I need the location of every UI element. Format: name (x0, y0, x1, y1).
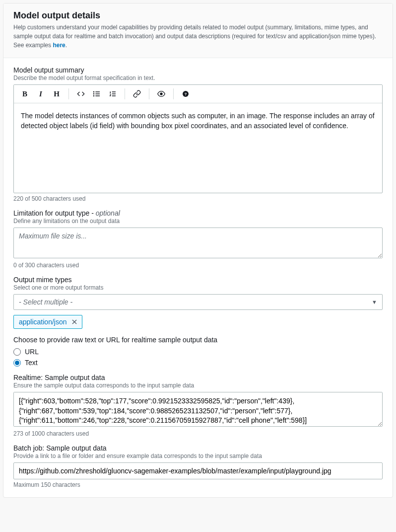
realtime-textarea[interactable] (13, 392, 383, 427)
limitation-char-count: 0 of 300 characters used (13, 262, 383, 269)
realtime-label: Realtime: Sample output data (13, 374, 383, 381)
mime-tag-label: application/json (19, 318, 67, 326)
panel-title: Model output details (13, 10, 383, 21)
realtime-field: Realtime: Sample output data Ensure the … (13, 374, 383, 437)
toolbar-separator (68, 88, 69, 99)
mime-hint: Select one or more output formats (13, 284, 383, 291)
radio-icon (13, 359, 21, 367)
panel-header: Model output details Help customers unde… (3, 3, 393, 58)
svg-point-9 (160, 93, 162, 95)
bullet-list-icon[interactable] (91, 88, 103, 100)
toolbar-separator (173, 88, 174, 99)
source-label: Choose to provide raw text or URL for re… (13, 336, 383, 344)
mime-tags: application/json (13, 315, 383, 329)
svg-point-3 (93, 91, 94, 92)
limitation-hint: Define any limitations on the output dat… (13, 218, 383, 225)
svg-text:?: ? (185, 92, 187, 96)
summary-hint: Describe the model output format specifi… (13, 75, 383, 81)
source-radio-url[interactable]: URL (13, 348, 383, 356)
source-radio-text[interactable]: Text (13, 359, 383, 367)
bold-icon[interactable]: B (19, 88, 31, 100)
limitation-textarea[interactable] (13, 228, 383, 258)
link-icon[interactable] (131, 88, 143, 100)
source-radio-group: URL Text (13, 348, 383, 367)
preview-icon[interactable] (155, 88, 167, 100)
svg-point-5 (93, 95, 94, 96)
batch-label: Batch job: Sample output data (13, 444, 383, 452)
help-icon[interactable]: ? (180, 88, 192, 100)
summary-field: Model output summary Describe the model … (13, 66, 383, 202)
heading-icon[interactable]: H (51, 88, 63, 100)
batch-field: Batch job: Sample output data Provide a … (13, 444, 383, 488)
numbered-list-icon[interactable] (107, 88, 119, 100)
summary-textarea[interactable]: The model detects instances of common ob… (14, 103, 382, 193)
limitation-label: Limitation for output type - optional (13, 209, 383, 217)
panel-body: Model output summary Describe the model … (3, 58, 393, 497)
panel-description: Help customers understand your model cap… (13, 23, 383, 50)
batch-hint: Provide a link to a file or folder and e… (13, 453, 383, 459)
close-icon[interactable] (71, 318, 78, 325)
radio-label-text: Text (25, 359, 38, 367)
code-icon[interactable] (75, 88, 87, 100)
mime-field: Output mime types Select one or more out… (13, 276, 383, 329)
mime-placeholder: - Select multiple - (19, 298, 72, 306)
batch-input[interactable] (13, 462, 383, 479)
source-field: Choose to provide raw text or URL for re… (13, 336, 383, 367)
summary-label: Model output summary (13, 66, 383, 74)
mime-tag-application-json: application/json (13, 315, 82, 329)
batch-char-count: Maximum 150 characters (13, 481, 383, 488)
italic-icon[interactable]: I (35, 88, 47, 100)
desc-tail: . (66, 42, 67, 49)
model-output-details-panel: Model output details Help customers unde… (3, 3, 393, 498)
summary-char-count: 220 of 500 characters used (13, 195, 383, 202)
radio-icon (13, 348, 21, 356)
toolbar-separator (149, 88, 149, 99)
examples-link[interactable]: here (53, 42, 65, 49)
editor-toolbar: B I H (14, 85, 382, 103)
summary-editor: B I H (13, 84, 383, 193)
chevron-down-icon: ▼ (372, 299, 377, 305)
limitation-field: Limitation for output type - optional De… (13, 209, 383, 269)
desc-text: Help customers understand your model cap… (13, 24, 376, 49)
toolbar-separator (125, 88, 125, 99)
mime-label: Output mime types (13, 276, 383, 284)
mime-select[interactable]: - Select multiple - ▼ (13, 294, 383, 310)
realtime-hint: Ensure the sample output data correspond… (13, 382, 383, 389)
realtime-char-count: 273 of 1000 characters used (13, 430, 383, 437)
svg-point-4 (93, 93, 94, 94)
radio-label-url: URL (25, 348, 39, 356)
